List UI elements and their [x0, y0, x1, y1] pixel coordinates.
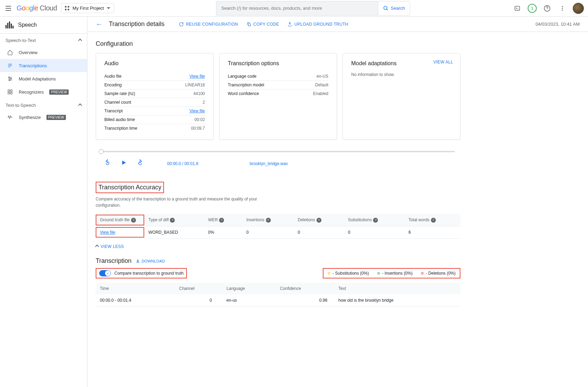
upload-ground-truth-button[interactable]: UPLOAD GROUND TRUTH — [287, 22, 348, 27]
project-picker[interactable]: My First Project — [61, 3, 114, 13]
audio-file-link[interactable]: View file — [190, 74, 205, 79]
player-track[interactable] — [101, 151, 455, 152]
legend-del: - Deletions (0%) — [421, 271, 456, 276]
tune-icon — [7, 76, 13, 82]
sidebar: Speech Speech-to-Text Overview Transcrip… — [0, 17, 87, 387]
sidebar-product-header[interactable]: Speech — [0, 17, 87, 34]
help-icon[interactable]: ? — [266, 218, 271, 223]
accuracy-title: Transcription Accuracy — [98, 184, 161, 191]
avatar[interactable] — [573, 3, 584, 14]
sidebar-section-stt[interactable]: Speech-to-Text — [0, 34, 87, 46]
svg-point-13 — [9, 77, 10, 78]
timestamp: 04/03/2023, 10:41 AM — [536, 22, 580, 27]
no-info-text: No information to show. — [351, 72, 452, 77]
search-icon — [383, 6, 389, 11]
copy-code-button[interactable]: COPY CODE — [247, 22, 279, 27]
speech-icon — [6, 22, 14, 28]
preview-badge: PREVIEW — [46, 115, 66, 120]
menu-icon[interactable] — [4, 4, 12, 12]
cloud-shell-icon[interactable] — [512, 3, 522, 13]
table-row: 00:00.0 - 00:01.4 0 en-us 0.98 how old i… — [96, 294, 460, 307]
compare-toggle[interactable] — [99, 270, 111, 276]
player-filename: brooklyn_bridge.wav — [250, 161, 288, 166]
svg-point-4 — [562, 6, 563, 7]
svg-rect-18 — [8, 92, 10, 94]
sidebar-item-overview[interactable]: Overview — [0, 46, 87, 59]
project-name: My First Project — [72, 6, 104, 11]
replay-forward-icon[interactable] — [137, 159, 144, 168]
chevron-up-icon — [78, 38, 82, 42]
sidebar-section-tts[interactable]: Text-to-Speech — [0, 98, 87, 111]
audio-card: Audio Audio fileView file EncodingLINEAR… — [96, 53, 214, 140]
content: ← Transcription details REUSE CONFIGURAT… — [87, 17, 588, 387]
help-icon[interactable]: ? — [373, 218, 378, 223]
svg-point-6 — [562, 9, 563, 10]
chevron-up-icon — [95, 244, 99, 248]
view-all-button[interactable]: VIEW ALL — [433, 60, 453, 64]
adaptations-card: Model adaptations VIEW ALL No informatio… — [343, 53, 460, 140]
sidebar-item-synthesize[interactable]: Synthesize PREVIEW — [0, 111, 87, 124]
audio-player: 00:00.0 / 00:01.8 brooklyn_bridge.wav — [96, 151, 460, 168]
accuracy-title-highlight: Transcription Accuracy — [96, 182, 164, 193]
play-icon[interactable] — [121, 160, 127, 167]
replay-back-icon[interactable] — [104, 159, 111, 168]
audio-card-title: Audio — [104, 60, 205, 67]
svg-rect-16 — [8, 90, 10, 92]
transcript-link[interactable]: View file — [190, 109, 205, 113]
search-box: Search — [216, 1, 410, 16]
ground-truth-link[interactable]: View file — [100, 230, 115, 235]
help-icon[interactable]: ? — [219, 218, 224, 223]
help-icon[interactable]: ? — [131, 218, 136, 223]
accuracy-table: Ground truth file? Type of diff? WER? In… — [96, 214, 460, 239]
page-header: ← Transcription details REUSE CONFIGURAT… — [87, 17, 588, 32]
preview-badge: PREVIEW — [49, 89, 69, 95]
help-icon[interactable]: ? — [317, 218, 321, 223]
sidebar-item-recognizers[interactable]: Recognizers PREVIEW — [0, 85, 87, 98]
table-row: View file WORD_BASED 0% 0 0 0 6 — [96, 226, 460, 239]
config-title: Configuration — [96, 40, 460, 48]
legend-highlight: - Substitutions (0%) - Insertions (0%) -… — [323, 268, 460, 278]
refresh-icon — [179, 22, 184, 27]
back-arrow-icon[interactable]: ← — [96, 20, 103, 28]
player-time: 00:00.0 / 00:01.8 — [167, 161, 198, 166]
compare-toggle-highlight: Compare transcription to ground truth — [96, 268, 187, 278]
search-input[interactable] — [216, 2, 378, 14]
search-wrap: Search — [118, 1, 508, 16]
download-icon — [136, 259, 140, 263]
help-icon[interactable]: ? — [170, 218, 175, 223]
sidebar-item-model-adaptations[interactable]: Model Adaptations — [0, 72, 87, 85]
options-card-title: Transcription options — [228, 60, 328, 67]
grid-icon — [7, 89, 13, 95]
reuse-config-button[interactable]: REUSE CONFIGURATION — [179, 22, 238, 27]
notifications-badge[interactable]: 1 — [528, 4, 537, 13]
compare-label: Compare transcription to ground truth — [114, 271, 183, 276]
svg-rect-17 — [10, 90, 12, 92]
copy-icon — [247, 22, 251, 27]
help-icon[interactable] — [542, 3, 552, 13]
gt-header-highlight: Ground truth file? — [96, 215, 144, 225]
google-cloud-logo[interactable]: Google Cloud — [17, 4, 57, 12]
search-button[interactable]: Search — [378, 1, 410, 15]
legend-ins: - Insertions (0%) — [377, 271, 413, 276]
transcription-table: Time Channel Language Confidence Text 00… — [96, 283, 460, 307]
help-icon[interactable]: ? — [431, 218, 436, 223]
chevron-up-icon — [78, 103, 82, 107]
player-thumb[interactable] — [99, 149, 104, 154]
page-title: Transcription details — [109, 20, 164, 28]
project-icon — [65, 6, 70, 11]
svg-rect-20 — [248, 24, 250, 26]
topbar-right: 1 — [512, 3, 584, 14]
download-button[interactable]: DOWNLOAD — [136, 259, 165, 263]
view-less-button[interactable]: VIEW LESS — [96, 244, 460, 249]
legend-sub: - Substitutions (0%) — [328, 271, 369, 276]
list-icon — [7, 62, 13, 69]
caret-down-icon — [107, 7, 110, 9]
wave-icon — [7, 114, 13, 120]
svg-rect-19 — [10, 92, 12, 94]
more-icon[interactable] — [557, 3, 567, 13]
svg-point-0 — [384, 6, 387, 9]
sidebar-item-transcriptions[interactable]: Transcriptions — [0, 59, 87, 72]
gt-cell-highlight: View file — [96, 227, 144, 238]
svg-point-14 — [10, 78, 11, 79]
upload-icon — [287, 22, 292, 27]
